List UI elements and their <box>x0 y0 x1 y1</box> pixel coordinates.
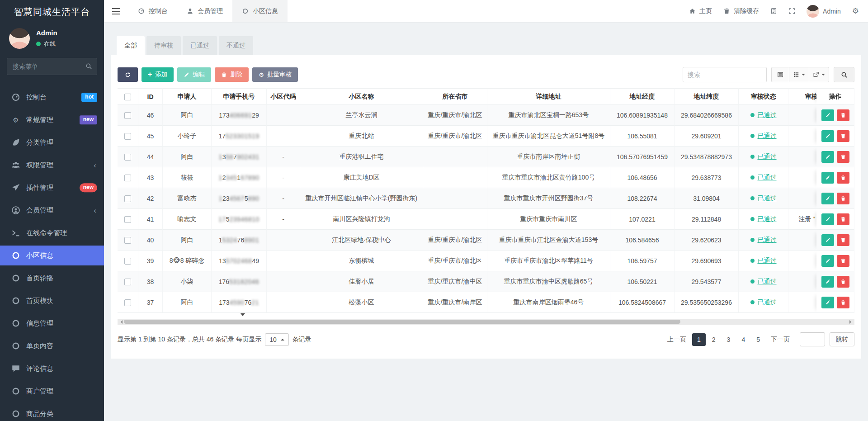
sidebar-item-general[interactable]: ⚙常规管理new <box>0 109 104 131</box>
page-3[interactable]: 3 <box>722 333 736 346</box>
status-link[interactable]: 已通过 <box>758 278 777 285</box>
sidebar-item-goods-category[interactable]: 商品分类 <box>0 402 104 421</box>
sidebar-item-command[interactable]: 在线命令管理 <box>0 222 104 244</box>
page-4[interactable]: 4 <box>736 333 750 346</box>
home-link[interactable]: 主页 <box>689 7 712 15</box>
status-link[interactable]: 已通过 <box>758 174 777 181</box>
sidebar-item-comment[interactable]: 评论信息 <box>0 357 104 380</box>
row-delete-button[interactable] <box>837 234 849 246</box>
cell-name: 东衡槟城 <box>300 251 423 271</box>
prev-page-button[interactable]: 上一页 <box>663 333 691 346</box>
table-search-input[interactable] <box>683 67 767 82</box>
row-edit-button[interactable] <box>821 172 834 184</box>
user-menu[interactable]: Admin <box>807 5 841 18</box>
scroll-left-icon[interactable] <box>119 320 123 324</box>
row-checkbox[interactable] <box>124 299 131 306</box>
row-checkbox[interactable] <box>124 175 131 181</box>
menu-search-input[interactable] <box>7 58 97 75</box>
row-checkbox[interactable] <box>124 237 131 244</box>
row-checkbox[interactable] <box>124 279 131 285</box>
row-edit-button[interactable] <box>821 255 834 267</box>
gear-icon: ⚙ <box>259 72 264 78</box>
col-address: 详细地址 <box>487 88 610 105</box>
row-delete-button[interactable] <box>837 151 849 163</box>
page-1[interactable]: 1 <box>692 333 706 346</box>
row-edit-button[interactable] <box>821 297 834 308</box>
sidebar-item-auth[interactable]: 权限管理‹ <box>0 154 104 176</box>
sidebar-item-merchant[interactable]: 商户管理 <box>0 380 104 402</box>
search-button[interactable] <box>834 67 854 82</box>
fullscreen-button[interactable] <box>788 8 795 14</box>
sidebar-item-module[interactable]: 首页模块 <box>0 289 104 312</box>
status-link[interactable]: 已通过 <box>758 132 777 139</box>
row-checkbox[interactable] <box>124 154 131 161</box>
sidebar-item-console[interactable]: 控制台hot <box>0 86 104 109</box>
avatar[interactable] <box>9 28 30 49</box>
refresh-button[interactable] <box>118 67 138 82</box>
topbar-tab-console[interactable]: 控制台 <box>128 0 177 22</box>
filter-tab-0[interactable]: 全部 <box>117 36 145 55</box>
row-checkbox[interactable] <box>124 133 131 140</box>
row-edit-button[interactable] <box>821 213 834 225</box>
row-delete-button[interactable] <box>837 276 849 288</box>
row-edit-button[interactable] <box>821 151 834 163</box>
add-button[interactable]: + 添加 <box>142 67 174 82</box>
row-edit-button[interactable] <box>821 234 834 246</box>
batch-audit-button[interactable]: ⚙ 批量审核 <box>252 67 298 82</box>
page-5[interactable]: 5 <box>751 333 765 346</box>
sidebar-item-category[interactable]: 分类管理 <box>0 131 104 154</box>
row-delete-button[interactable] <box>837 109 849 121</box>
topbar-tab-member[interactable]: 会员管理 <box>177 0 232 22</box>
sidebar-item-banner[interactable]: 首页轮播 <box>0 267 104 289</box>
cell-id: 41 <box>138 209 163 230</box>
sidebar-item-info[interactable]: 信息管理 <box>0 312 104 335</box>
jump-button[interactable]: 跳转 <box>830 332 854 346</box>
status-link[interactable]: 已通过 <box>758 111 777 118</box>
row-delete-button[interactable] <box>837 255 849 267</box>
next-page-button[interactable]: 下一页 <box>766 333 794 346</box>
docs-button[interactable] <box>770 8 777 14</box>
row-delete-button[interactable] <box>837 193 849 204</box>
filter-tab-3[interactable]: 不通过 <box>219 36 253 55</box>
row-delete-button[interactable] <box>837 297 849 308</box>
row-edit-button[interactable] <box>821 276 834 288</box>
status-link[interactable]: 已通过 <box>758 194 777 202</box>
columns-button[interactable] <box>789 67 809 82</box>
status-link[interactable]: 已通过 <box>758 298 777 306</box>
jump-page-input[interactable] <box>800 332 825 346</box>
status-link[interactable]: 已通过 <box>758 215 777 222</box>
filter-tab-2[interactable]: 已通过 <box>183 36 217 55</box>
sidebar-item-addon[interactable]: 插件管理new <box>0 176 104 199</box>
row-edit-button[interactable] <box>821 130 834 142</box>
sidebar-item-member[interactable]: 会员管理‹ <box>0 199 104 222</box>
row-delete-button[interactable] <box>837 213 849 225</box>
scrollbar-thumb[interactable] <box>124 320 680 324</box>
status-link[interactable]: 已通过 <box>758 257 777 264</box>
row-checkbox[interactable] <box>124 258 131 265</box>
row-checkbox[interactable] <box>124 216 131 223</box>
sidebar-item-community[interactable]: 小区信息 <box>0 246 104 265</box>
settings-button[interactable]: ⚙ <box>852 7 859 15</box>
status-link[interactable]: 已通过 <box>758 153 777 160</box>
page-2[interactable]: 2 <box>707 333 721 346</box>
row-delete-button[interactable] <box>837 172 849 184</box>
row-edit-button[interactable] <box>821 109 834 121</box>
status-link[interactable]: 已通过 <box>758 236 777 243</box>
scroll-right-icon[interactable] <box>849 320 853 324</box>
sidebar-item-page[interactable]: 单页内容 <box>0 335 104 357</box>
row-delete-button[interactable] <box>837 130 849 142</box>
page-size-dropdown[interactable]: 10 <box>265 333 289 346</box>
row-checkbox[interactable] <box>124 112 131 119</box>
clear-cache-button[interactable]: 清除缓存 <box>723 7 759 15</box>
edit-button[interactable]: 编辑 <box>177 67 211 82</box>
row-checkbox[interactable] <box>124 195 131 202</box>
row-edit-button[interactable] <box>821 193 834 204</box>
filter-tab-1[interactable]: 待审核 <box>146 36 181 55</box>
detail-view-button[interactable] <box>771 67 789 82</box>
topbar-tab-community[interactable]: 小区信息 <box>232 0 288 22</box>
select-all-checkbox[interactable] <box>124 94 131 100</box>
horizontal-scrollbar[interactable] <box>118 319 854 325</box>
menu-toggle-icon[interactable] <box>104 0 128 22</box>
delete-button[interactable]: 删除 <box>215 67 249 82</box>
export-button[interactable] <box>809 67 829 82</box>
